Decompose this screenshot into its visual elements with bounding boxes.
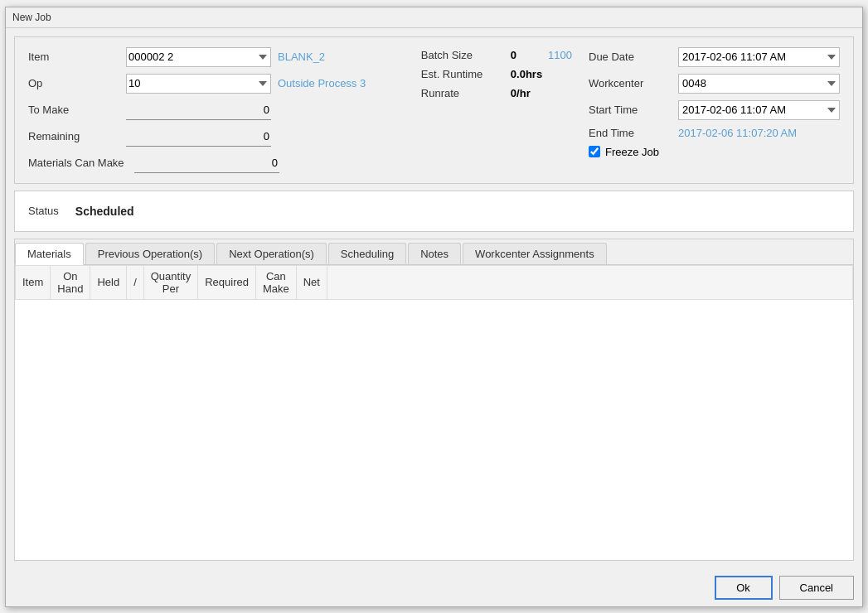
materials-can-make-input[interactable]: 0 (134, 153, 279, 173)
new-job-window: New Job Item 000002 2 BLANK_2 Op 10 (5, 7, 863, 607)
item-select[interactable]: 000002 2 (126, 47, 271, 67)
remaining-input[interactable]: 0 (126, 127, 271, 147)
batch-size-value: 0 (511, 49, 516, 61)
status-label: Status (28, 205, 59, 217)
item-link[interactable]: BLANK_2 (278, 51, 325, 63)
due-date-row: Due Date 2017-02-06 11:07 AM (589, 47, 840, 67)
item-row: Item 000002 2 BLANK_2 (28, 47, 405, 67)
materials-table: Item On Hand Held / Quantity Per Require… (15, 265, 853, 300)
workcenter-select[interactable]: 0048 (678, 74, 840, 94)
batch-size-link[interactable]: 1100 (548, 49, 572, 61)
tab-previous-operations[interactable]: Previous Operation(s) (85, 243, 215, 264)
start-time-label: Start Time (589, 104, 672, 116)
main-content: Item 000002 2 BLANK_2 Op 10 Outside Proc… (6, 28, 862, 569)
tab-next-operations[interactable]: Next Operation(s) (216, 243, 327, 264)
col-extra (327, 265, 852, 299)
ok-button[interactable]: Ok (715, 576, 773, 600)
col-on-hand: On Hand (51, 265, 90, 299)
due-date-select[interactable]: 2017-02-06 11:07 AM (678, 47, 840, 67)
runrate-row: Runrate 0/hr (421, 87, 572, 99)
item-label: Item (28, 51, 119, 63)
col-held: Held (90, 265, 127, 299)
to-make-row: To Make 0 (28, 100, 405, 120)
runrate-value: 0/hr (511, 87, 531, 99)
est-runtime-row: Est. Runtime 0.0hrs (421, 68, 572, 80)
op-row: Op 10 Outside Process 3 (28, 74, 405, 94)
top-section: Item 000002 2 BLANK_2 Op 10 Outside Proc… (14, 36, 854, 184)
tab-notes[interactable]: Notes (408, 243, 461, 264)
footer: Ok Cancel (6, 569, 862, 606)
end-time-row: End Time 2017-02-06 11:07:20 AM (589, 127, 840, 139)
workcenter-row: Workcenter 0048 (589, 74, 840, 94)
tab-workcenter-assignments[interactable]: Workcenter Assignments (463, 243, 607, 264)
runrate-label: Runrate (421, 87, 504, 99)
op-link[interactable]: Outside Process 3 (278, 77, 366, 89)
tab-bar: Materials Previous Operation(s) Next Ope… (15, 239, 853, 265)
to-make-input[interactable]: 0 (126, 100, 271, 120)
tabs-section: Materials Previous Operation(s) Next Ope… (14, 239, 854, 561)
col-net: Net (296, 265, 327, 299)
materials-can-make-label: Materials Can Make (28, 157, 128, 169)
status-section: Status Scheduled (14, 191, 854, 232)
materials-can-make-row: Materials Can Make 0 (28, 153, 405, 173)
freeze-job-label: Freeze Job (605, 146, 659, 158)
freeze-job-checkbox[interactable] (589, 146, 600, 157)
tab-content-materials: Item On Hand Held / Quantity Per Require… (15, 265, 853, 560)
tab-scheduling[interactable]: Scheduling (328, 243, 406, 264)
col-can-make: Can Make (255, 265, 296, 299)
est-runtime-label: Est. Runtime (421, 68, 504, 80)
status-value: Scheduled (75, 205, 134, 218)
left-fields: Item 000002 2 BLANK_2 Op 10 Outside Proc… (28, 47, 405, 173)
due-date-label: Due Date (589, 51, 672, 63)
tab-materials[interactable]: Materials (15, 243, 84, 265)
freeze-job-row: Freeze Job (589, 146, 840, 158)
op-select[interactable]: 10 (126, 74, 271, 94)
col-divider: / (127, 265, 144, 299)
op-label: Op (28, 77, 119, 89)
right-section: Batch Size 0 1100 Est. Runtime 0.0hrs Ru… (421, 47, 840, 173)
window-title: New Job (12, 12, 51, 23)
col-quantity-per: Quantity Per (143, 265, 197, 299)
batch-size-label: Batch Size (421, 49, 504, 61)
remaining-label: Remaining (28, 130, 119, 142)
title-bar: New Job (6, 7, 862, 28)
to-make-label: To Make (28, 104, 119, 116)
far-right-fields: Due Date 2017-02-06 11:07 AM Workcenter … (589, 47, 840, 173)
col-required: Required (198, 265, 256, 299)
est-runtime-value: 0.0hrs (511, 68, 542, 80)
end-time-value: 2017-02-06 11:07:20 AM (678, 127, 797, 139)
col-item: Item (16, 265, 51, 299)
remaining-row: Remaining 0 (28, 127, 405, 147)
middle-fields: Batch Size 0 1100 Est. Runtime 0.0hrs Ru… (421, 47, 572, 173)
batch-size-row: Batch Size 0 1100 (421, 49, 572, 61)
start-time-row: Start Time 2017-02-06 11:07 AM (589, 100, 840, 120)
start-time-select[interactable]: 2017-02-06 11:07 AM (678, 100, 840, 120)
workcenter-label: Workcenter (589, 77, 672, 89)
cancel-button[interactable]: Cancel (779, 576, 854, 600)
end-time-label: End Time (589, 127, 672, 139)
